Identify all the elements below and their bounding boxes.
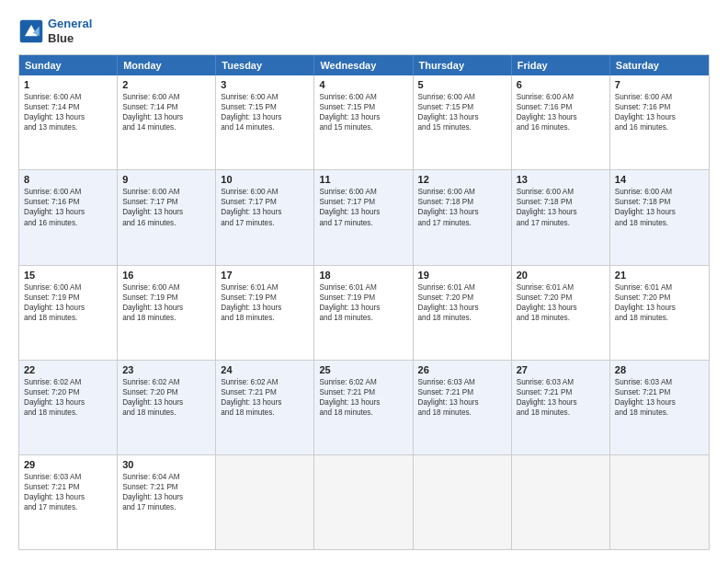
day-number: 25 xyxy=(319,364,407,375)
calendar-cell-4-2 xyxy=(216,455,314,549)
day-number: 6 xyxy=(517,79,605,90)
day-info: Sunrise: 6:03 AM Sunset: 7:21 PM Dayligh… xyxy=(418,377,506,418)
calendar-cell-0-6: 7Sunrise: 6:00 AM Sunset: 7:16 PM Daylig… xyxy=(610,75,709,169)
day-info: Sunrise: 6:00 AM Sunset: 7:16 PM Dayligh… xyxy=(24,187,112,227)
day-info: Sunrise: 6:00 AM Sunset: 7:18 PM Dayligh… xyxy=(615,187,704,227)
calendar-cell-4-4 xyxy=(414,455,512,549)
calendar-cell-3-5: 27Sunrise: 6:03 AM Sunset: 7:21 PM Dayli… xyxy=(512,361,610,454)
header: General Blue xyxy=(18,17,710,45)
logo: General Blue xyxy=(18,17,92,45)
calendar-cell-0-0: 1Sunrise: 6:00 AM Sunset: 7:14 PM Daylig… xyxy=(19,75,118,169)
day-number: 7 xyxy=(615,79,704,90)
day-info: Sunrise: 6:01 AM Sunset: 7:20 PM Dayligh… xyxy=(517,282,605,323)
day-info: Sunrise: 6:00 AM Sunset: 7:15 PM Dayligh… xyxy=(319,92,407,132)
day-info: Sunrise: 6:01 AM Sunset: 7:20 PM Dayligh… xyxy=(418,282,506,323)
calendar-cell-3-6: 28Sunrise: 6:03 AM Sunset: 7:21 PM Dayli… xyxy=(610,361,709,454)
day-number: 15 xyxy=(24,270,112,281)
day-number: 27 xyxy=(517,364,605,375)
day-number: 2 xyxy=(122,79,210,90)
day-number: 20 xyxy=(517,270,605,281)
calendar-cell-2-4: 19Sunrise: 6:01 AM Sunset: 7:20 PM Dayli… xyxy=(414,266,512,360)
day-number: 10 xyxy=(221,174,309,185)
day-info: Sunrise: 6:00 AM Sunset: 7:15 PM Dayligh… xyxy=(418,92,506,132)
logo-icon xyxy=(18,18,44,44)
day-info: Sunrise: 6:00 AM Sunset: 7:18 PM Dayligh… xyxy=(517,187,605,227)
calendar-cell-1-2: 10Sunrise: 6:00 AM Sunset: 7:17 PM Dayli… xyxy=(216,170,314,264)
day-number: 28 xyxy=(615,364,704,375)
day-info: Sunrise: 6:03 AM Sunset: 7:21 PM Dayligh… xyxy=(615,377,704,418)
header-saturday: Saturday xyxy=(610,55,709,75)
day-info: Sunrise: 6:04 AM Sunset: 7:21 PM Dayligh… xyxy=(122,472,210,512)
day-number: 14 xyxy=(615,174,704,185)
day-number: 1 xyxy=(24,79,112,90)
day-number: 24 xyxy=(221,364,309,375)
calendar-cell-2-2: 17Sunrise: 6:01 AM Sunset: 7:19 PM Dayli… xyxy=(216,266,314,360)
calendar-cell-3-2: 24Sunrise: 6:02 AM Sunset: 7:21 PM Dayli… xyxy=(216,361,314,454)
calendar-cell-0-3: 4Sunrise: 6:00 AM Sunset: 7:15 PM Daylig… xyxy=(314,75,413,169)
calendar-cell-3-4: 26Sunrise: 6:03 AM Sunset: 7:21 PM Dayli… xyxy=(414,361,512,454)
calendar-cell-2-3: 18Sunrise: 6:01 AM Sunset: 7:19 PM Dayli… xyxy=(314,266,413,360)
calendar-cell-4-6 xyxy=(610,455,709,549)
calendar-cell-1-0: 8Sunrise: 6:00 AM Sunset: 7:16 PM Daylig… xyxy=(19,170,118,264)
day-number: 26 xyxy=(418,364,506,375)
day-info: Sunrise: 6:00 AM Sunset: 7:14 PM Dayligh… xyxy=(122,92,210,132)
day-number: 17 xyxy=(221,270,309,281)
calendar-cell-2-6: 21Sunrise: 6:01 AM Sunset: 7:20 PM Dayli… xyxy=(610,266,709,360)
day-number: 19 xyxy=(418,270,506,281)
calendar-cell-1-3: 11Sunrise: 6:00 AM Sunset: 7:17 PM Dayli… xyxy=(314,170,413,264)
calendar-row-4: 29Sunrise: 6:03 AM Sunset: 7:21 PM Dayli… xyxy=(19,455,709,549)
day-number: 18 xyxy=(319,270,407,281)
calendar-row-0: 1Sunrise: 6:00 AM Sunset: 7:14 PM Daylig… xyxy=(19,75,709,170)
day-info: Sunrise: 6:02 AM Sunset: 7:21 PM Dayligh… xyxy=(221,377,309,418)
day-info: Sunrise: 6:03 AM Sunset: 7:21 PM Dayligh… xyxy=(24,472,112,512)
day-info: Sunrise: 6:00 AM Sunset: 7:19 PM Dayligh… xyxy=(122,282,210,323)
day-info: Sunrise: 6:00 AM Sunset: 7:17 PM Dayligh… xyxy=(221,187,309,227)
logo-text: General Blue xyxy=(48,17,92,45)
calendar-cell-1-1: 9Sunrise: 6:00 AM Sunset: 7:17 PM Daylig… xyxy=(118,170,216,264)
calendar-body: 1Sunrise: 6:00 AM Sunset: 7:14 PM Daylig… xyxy=(19,75,709,549)
day-info: Sunrise: 6:02 AM Sunset: 7:20 PM Dayligh… xyxy=(122,377,210,418)
calendar-cell-0-1: 2Sunrise: 6:00 AM Sunset: 7:14 PM Daylig… xyxy=(118,75,216,169)
calendar-cell-4-5 xyxy=(512,455,610,549)
day-info: Sunrise: 6:00 AM Sunset: 7:19 PM Dayligh… xyxy=(24,282,112,323)
day-number: 21 xyxy=(615,270,704,281)
calendar-row-2: 15Sunrise: 6:00 AM Sunset: 7:19 PM Dayli… xyxy=(19,266,709,361)
calendar-cell-1-4: 12Sunrise: 6:00 AM Sunset: 7:18 PM Dayli… xyxy=(414,170,512,264)
day-number: 9 xyxy=(122,174,210,185)
calendar-row-1: 8Sunrise: 6:00 AM Sunset: 7:16 PM Daylig… xyxy=(19,170,709,265)
day-info: Sunrise: 6:00 AM Sunset: 7:16 PM Dayligh… xyxy=(615,92,704,132)
day-info: Sunrise: 6:02 AM Sunset: 7:20 PM Dayligh… xyxy=(24,377,112,418)
header-tuesday: Tuesday xyxy=(216,55,314,75)
calendar-cell-4-3 xyxy=(314,455,413,549)
header-wednesday: Wednesday xyxy=(314,55,413,75)
day-number: 5 xyxy=(418,79,506,90)
day-info: Sunrise: 6:00 AM Sunset: 7:14 PM Dayligh… xyxy=(24,92,112,132)
day-info: Sunrise: 6:01 AM Sunset: 7:19 PM Dayligh… xyxy=(221,282,309,323)
day-info: Sunrise: 6:03 AM Sunset: 7:21 PM Dayligh… xyxy=(517,377,605,418)
calendar-cell-0-5: 6Sunrise: 6:00 AM Sunset: 7:16 PM Daylig… xyxy=(512,75,610,169)
calendar-cell-3-3: 25Sunrise: 6:02 AM Sunset: 7:21 PM Dayli… xyxy=(314,361,413,454)
day-number: 12 xyxy=(418,174,506,185)
day-number: 3 xyxy=(221,79,309,90)
day-number: 11 xyxy=(319,174,407,185)
day-info: Sunrise: 6:02 AM Sunset: 7:21 PM Dayligh… xyxy=(319,377,407,418)
calendar-header: Sunday Monday Tuesday Wednesday Thursday… xyxy=(19,55,709,75)
day-number: 8 xyxy=(24,174,112,185)
calendar-cell-2-1: 16Sunrise: 6:00 AM Sunset: 7:19 PM Dayli… xyxy=(118,266,216,360)
calendar-cell-4-1: 30Sunrise: 6:04 AM Sunset: 7:21 PM Dayli… xyxy=(118,455,216,549)
day-number: 30 xyxy=(122,459,210,470)
header-thursday: Thursday xyxy=(414,55,512,75)
calendar-cell-1-6: 14Sunrise: 6:00 AM Sunset: 7:18 PM Dayli… xyxy=(610,170,709,264)
day-number: 4 xyxy=(319,79,407,90)
page: General Blue Sunday Monday Tuesday Wedne… xyxy=(0,0,728,563)
calendar-cell-4-0: 29Sunrise: 6:03 AM Sunset: 7:21 PM Dayli… xyxy=(19,455,118,549)
calendar-cell-2-0: 15Sunrise: 6:00 AM Sunset: 7:19 PM Dayli… xyxy=(19,266,118,360)
day-info: Sunrise: 6:00 AM Sunset: 7:16 PM Dayligh… xyxy=(517,92,605,132)
day-number: 29 xyxy=(24,459,112,470)
day-number: 13 xyxy=(517,174,605,185)
header-friday: Friday xyxy=(512,55,610,75)
day-info: Sunrise: 6:01 AM Sunset: 7:20 PM Dayligh… xyxy=(615,282,704,323)
header-monday: Monday xyxy=(118,55,216,75)
day-info: Sunrise: 6:00 AM Sunset: 7:18 PM Dayligh… xyxy=(418,187,506,227)
day-info: Sunrise: 6:00 AM Sunset: 7:17 PM Dayligh… xyxy=(122,187,210,227)
